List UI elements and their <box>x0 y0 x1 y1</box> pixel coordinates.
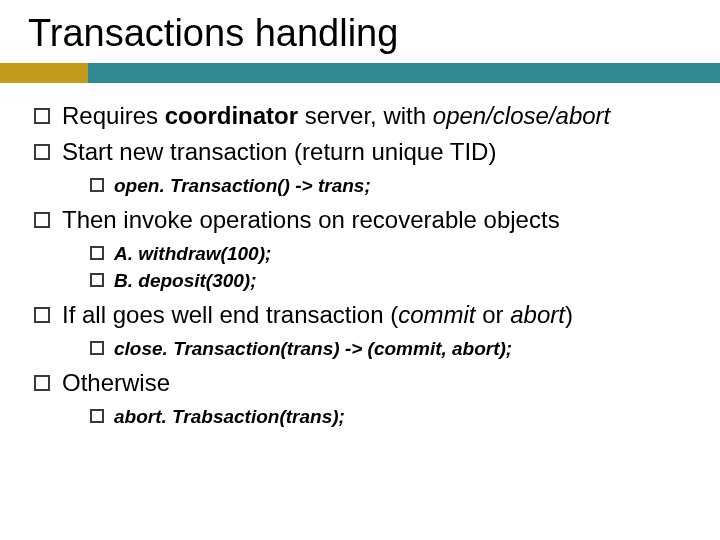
text-italic: open/close/abort <box>433 102 610 129</box>
text-bolditalic: close. Transaction(trans) <box>114 338 340 359</box>
text-bolditalic: -> trans; <box>290 175 371 196</box>
sub-item: abort. Trabsaction(trans); <box>62 404 692 430</box>
sub-list: abort. Trabsaction(trans); <box>62 404 692 430</box>
sub-item: A. withdraw(100); <box>62 241 692 267</box>
text: Requires <box>62 102 165 129</box>
text: ) <box>565 301 573 328</box>
text: If all goes well end transaction ( <box>62 301 398 328</box>
bullet-item: If all goes well end transaction (commit… <box>34 300 692 362</box>
sub-list: A. withdraw(100); B. deposit(300); <box>62 241 692 294</box>
bullet-item: Start new transaction (return unique TID… <box>34 137 692 199</box>
text: Start new transaction (return unique TID… <box>62 138 496 165</box>
accent-bar <box>0 63 720 83</box>
text-italic: abort <box>510 301 565 328</box>
bullet-list: Requires coordinator server, with open/c… <box>34 101 692 429</box>
text-bold: coordinator <box>165 102 298 129</box>
text-bolditalic: open. Transaction() <box>114 175 290 196</box>
slide-content: Requires coordinator server, with open/c… <box>28 101 692 429</box>
bullet-item: Requires coordinator server, with open/c… <box>34 101 692 131</box>
accent-gold <box>0 63 88 83</box>
sub-list: close. Transaction(trans) -> (commit, ab… <box>62 336 692 362</box>
slide: Transactions handling Requires coordinat… <box>0 0 720 540</box>
sub-item: open. Transaction() -> trans; <box>62 173 692 199</box>
text: or <box>476 301 511 328</box>
accent-teal <box>88 63 720 83</box>
text: server, with <box>298 102 433 129</box>
text-italic: commit <box>398 301 475 328</box>
sub-item: B. deposit(300); <box>62 268 692 294</box>
bullet-item: Otherwise abort. Trabsaction(trans); <box>34 368 692 430</box>
bullet-item: Then invoke operations on recoverable ob… <box>34 205 692 294</box>
text-bolditalic: -> (commit, abort); <box>340 338 513 359</box>
sub-item: close. Transaction(trans) -> (commit, ab… <box>62 336 692 362</box>
slide-title: Transactions handling <box>28 12 692 55</box>
sub-list: open. Transaction() -> trans; <box>62 173 692 199</box>
text: Then invoke operations on recoverable ob… <box>62 206 560 233</box>
text: Otherwise <box>62 369 170 396</box>
text-bolditalic: B. deposit(300); <box>114 270 257 291</box>
text-bolditalic: A. withdraw(100); <box>114 243 271 264</box>
text-bolditalic: abort. Trabsaction(trans); <box>114 406 345 427</box>
